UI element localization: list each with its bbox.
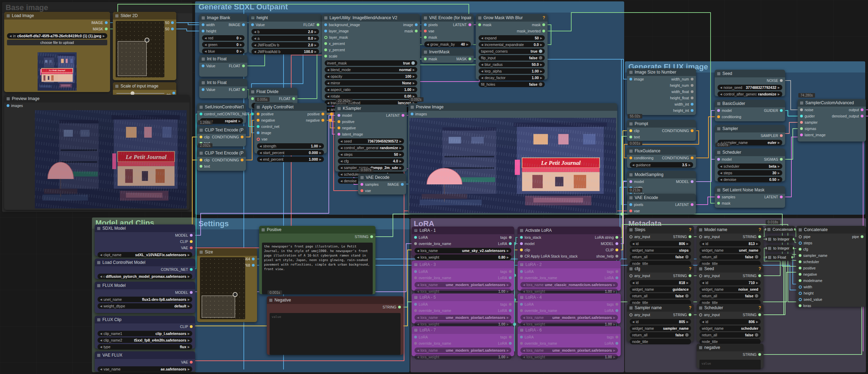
arrow-left-icon[interactable]: ◀	[254, 30, 256, 33]
output-port-width-num[interactable]	[691, 78, 693, 81]
input-port-positive[interactable]	[338, 120, 340, 123]
arrow-left-icon[interactable]: ◀	[100, 305, 102, 308]
output-port-image[interactable]	[242, 23, 245, 26]
widget-blue[interactable]: ◀blue0▶	[202, 48, 245, 54]
output-port-latent[interactable]	[468, 23, 471, 26]
input-port-seed-value[interactable]	[799, 298, 802, 301]
node-header-lora-1[interactable]: ▤LoRA - 1	[412, 227, 514, 234]
node-image-blank[interactable]: Image BlankwidthIMAGEheight◀red0▶◀green0…	[199, 14, 247, 53]
output-port-string[interactable]	[758, 353, 761, 356]
arrow-left-icon[interactable]: ◀	[417, 349, 419, 352]
node-header-flux-clip[interactable]: FLUX Clip	[95, 316, 195, 323]
widget-rotate[interactable]: ◀rotate0.00▶	[325, 93, 417, 99]
output-port-string[interactable]	[370, 235, 373, 238]
xy-pad-handle[interactable]	[145, 38, 149, 43]
output-port-conditioning[interactable]	[691, 157, 693, 159]
widget-decay-factor[interactable]: ◀decay_factor1.00▶	[479, 75, 545, 81]
node-header-lora-4[interactable]: ▤LoRA - 4	[518, 293, 621, 301]
arrow-left-icon[interactable]: ◀	[340, 166, 342, 169]
node-header-int-to-float-1[interactable]: Int to Float	[199, 55, 247, 63]
node-header-apply-cn[interactable]: Apply ControlNet	[254, 103, 327, 111]
node-basic-guider[interactable]: BasicGuidermodelGUIDERconditioning	[715, 100, 785, 121]
arrow-right-icon[interactable]: ▶	[466, 43, 468, 46]
node-header-to-int-1[interactable]: to Integer	[766, 236, 794, 243]
node-header-layer-utility[interactable]: LayerUtility: ImageBlendAdvance V2	[322, 14, 420, 22]
arrow-right-icon[interactable]: ▶	[188, 332, 190, 335]
help-icon[interactable]: ?	[689, 265, 691, 273]
output-port-model[interactable]	[691, 180, 693, 183]
node-invert-mask[interactable]: InvertMaskmaskMASK	[421, 48, 474, 63]
output-port-mask[interactable]	[105, 28, 108, 30]
widget-scheduler[interactable]: ◀schedulerbeta▶	[718, 163, 782, 169]
input-port-value[interactable]	[202, 64, 204, 67]
node-preview-base[interactable]: Preview Imageimages Le Petit Journal	[4, 95, 189, 210]
arrow-right-icon[interactable]: ▶	[507, 290, 509, 293]
widget-lora-name[interactable]: ◀lora_nameume_modern_pixelart.safetensor…	[520, 348, 618, 353]
arrow-right-icon[interactable]: ▶	[188, 339, 190, 342]
node-header-set-union[interactable]: SetUnionControlNetType	[197, 103, 246, 111]
widget-lerp-alpha[interactable]: ◀lerp_alpha1.00▶	[479, 68, 545, 74]
node-to-float[interactable]: to Float	[766, 254, 793, 261]
input-port-positive[interactable]	[799, 267, 801, 269]
node-load-image[interactable]: Load ImageIMAGEMASK◀imagec6ed4eff-dfa7-4…	[4, 12, 110, 92]
input-port-noise[interactable]	[800, 108, 803, 111]
arrow-left-icon[interactable]: ◀	[100, 275, 102, 278]
collapse-icon[interactable]	[7, 14, 10, 17]
output-port-height-int[interactable]	[691, 109, 693, 112]
node-seed-flux[interactable]: SeedNOISE◀noise_seed377488327792432▶◀con…	[715, 70, 785, 96]
output-port-height-num[interactable]	[691, 84, 693, 87]
arrow-left-icon[interactable]: ◀	[481, 76, 483, 79]
collapse-icon[interactable]	[629, 173, 633, 176]
collapse-icon[interactable]	[699, 267, 702, 270]
arrow-left-icon[interactable]: ◀	[254, 50, 256, 53]
output-port-lora[interactable]	[509, 342, 512, 345]
node-header-meta-sampler[interactable]: Sampler name?	[627, 304, 694, 312]
widget-fill-holes[interactable]: fill_holesfalse	[479, 82, 545, 87]
widget-opacity[interactable]: ◀opacity100▶	[325, 74, 417, 79]
output-port-float[interactable]	[242, 88, 245, 91]
node-positive-node[interactable]: PositiveSTRINGthe newspaper's front page…	[259, 226, 375, 294]
node-prompt-node[interactable]: 55.02sPromptclipCONDITIONINGtext	[627, 120, 696, 141]
output-port-mask[interactable]	[542, 23, 545, 26]
input-port-override-lora-name[interactable]	[520, 309, 523, 312]
output-port-positive[interactable]	[321, 113, 324, 115]
input-port-y-percent[interactable]	[324, 48, 327, 51]
input-port-vae[interactable]	[629, 209, 632, 212]
input-port-any-input[interactable]	[629, 235, 633, 238]
input-port-samples[interactable]	[717, 196, 720, 198]
node-img-size-num[interactable]: Image Size to Numberimagewidth_numheight…	[627, 68, 696, 115]
output-port-float[interactable]	[317, 23, 319, 26]
arrow-right-icon[interactable]: ▶	[756, 320, 758, 323]
arrow-left-icon[interactable]: ◀	[100, 332, 102, 335]
node-header-lora-5[interactable]: ▤LoRA - 5	[412, 293, 514, 301]
node-apply-cn[interactable]: 0.005sApply ControlNetpositivepositivene…	[254, 103, 327, 153]
output-port-width-float[interactable]	[691, 90, 693, 93]
arrow-left-icon[interactable]: ◀	[523, 283, 525, 287]
input-port-mask[interactable]	[478, 23, 481, 26]
widget-tapered-corners[interactable]: tapered_cornerstrue	[479, 48, 545, 54]
arrow-left-icon[interactable]: ◀	[481, 43, 483, 46]
xy-pad-region[interactable]	[118, 41, 147, 76]
input-port[interactable]	[766, 247, 767, 250]
arrow-left-icon[interactable]: ◀	[327, 68, 329, 71]
arrow-left-icon[interactable]: ◀	[702, 281, 704, 284]
arrow-right-icon[interactable]: ▶	[778, 178, 780, 181]
arrow-left-icon[interactable]: ◀	[632, 242, 634, 245]
arrow-left-icon[interactable]: ◀	[327, 75, 329, 78]
input-port-images[interactable]	[7, 104, 9, 107]
toggle-knob[interactable]	[685, 255, 689, 259]
input-port-guider[interactable]	[800, 115, 803, 117]
arrow-left-icon[interactable]: ◀	[720, 93, 722, 96]
arrow-left-icon[interactable]: ◀	[523, 356, 525, 359]
input-port-override-lora-name[interactable]	[520, 276, 523, 279]
input-port-background-image[interactable]	[324, 23, 327, 26]
arrow-right-icon[interactable]: ▶	[507, 249, 509, 252]
widget-blend-mode[interactable]: ◀blend_modenormal▶	[325, 67, 417, 72]
input-port-lora[interactable]	[520, 270, 523, 273]
toggle-knob[interactable]	[755, 255, 758, 259]
output-port-image[interactable]	[105, 21, 108, 24]
output-port-string[interactable]	[758, 313, 761, 316]
node-header-activate-lora[interactable]: Activate LoRA	[518, 227, 621, 234]
input-port-scheduler[interactable]	[799, 260, 801, 263]
toggle-knob[interactable]	[685, 294, 689, 298]
